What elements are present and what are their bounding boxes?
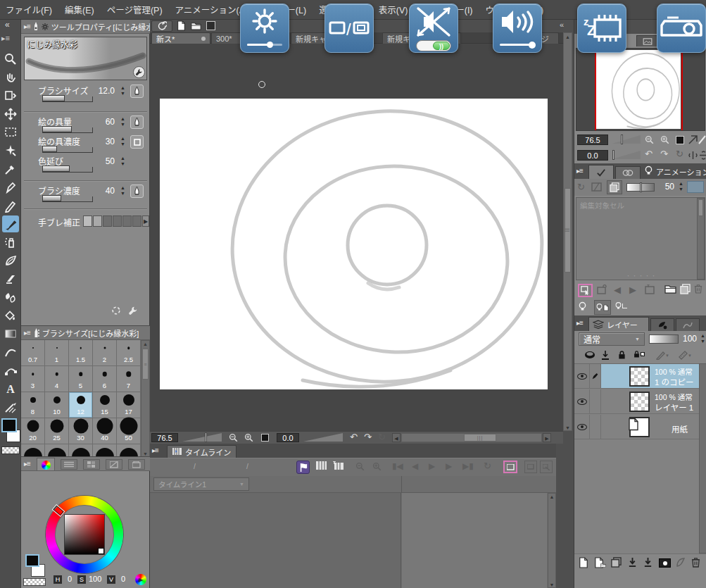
zoom-out-icon[interactable] [229,433,238,442]
brush-size-cell[interactable]: 15 [93,392,117,418]
brush-size-cell[interactable] [21,444,45,457]
cel-stack-icon[interactable] [607,180,622,194]
vertical-scrollbar[interactable]: ▲ ≡ ▼ [141,340,150,457]
rotate-right-icon[interactable]: ↷ [364,432,372,442]
light-table-cel-icon[interactable] [615,301,627,311]
layer-edit-cell[interactable] [590,415,601,439]
duplicate-cel-icon[interactable] [680,284,691,294]
tab-color-history[interactable] [128,459,145,470]
panel-menu-icon[interactable]: ▸≡ [1,34,10,43]
stabilization-segment[interactable] [93,215,102,227]
property-slider[interactable] [42,165,93,173]
tab-onion-skin[interactable] [615,166,641,179]
zoom-in-icon[interactable] [244,433,253,442]
tool-gradient[interactable] [2,325,19,342]
brush-size-cell[interactable]: 12 [69,392,93,418]
brush-size-cell[interactable] [117,444,141,457]
reset-settings-icon[interactable] [111,306,121,315]
previous-cel-icon[interactable]: ◀ [614,284,621,295]
menu-item[interactable]: 表示(V) [379,3,408,16]
folder-icon[interactable] [664,284,676,294]
tab-color-wheel[interactable] [37,458,55,471]
specify-cel-icon[interactable] [524,461,537,473]
source-setting-icon[interactable] [130,135,144,149]
brush-size-cell[interactable]: 7 [117,366,141,392]
panel-menu-icon[interactable]: ▸≡ [576,319,583,327]
blend-mode-dropdown[interactable]: 通常 ▼ [579,332,645,346]
tool-text[interactable]: A [2,380,19,397]
brush-size-cell[interactable]: 50 [117,418,141,444]
flip-view-vertical-icon[interactable] [699,151,706,160]
layer-row[interactable]: 100 % 通常レイヤー 1 [574,389,706,414]
property-slider[interactable] [42,195,93,202]
new-animation-cel-icon[interactable] [503,461,517,473]
mask-icon[interactable] [584,351,595,359]
transfer-down-icon[interactable] [628,557,637,568]
property-value[interactable]: 40 [89,186,115,196]
wrench-icon[interactable] [133,66,145,78]
light-table-icon[interactable] [579,301,586,312]
panel-menu-icon[interactable]: ▸≡ [24,23,30,30]
property-value[interactable]: 30 [89,137,115,146]
rotate-left-icon[interactable]: ↶ [645,149,653,158]
brush-size-cell[interactable]: 1 [45,340,69,366]
layer-row-body[interactable]: 用紙 [601,415,706,439]
reset-rotation-icon[interactable]: ↻ [676,149,683,158]
zoom-out-icon[interactable] [355,462,365,471]
brush-size-cell[interactable]: 17 [117,392,141,418]
new-cel-icon[interactable] [645,284,655,294]
layer-row[interactable]: 100 % 通常1 のコピー [574,364,706,389]
canvas[interactable] [160,99,548,389]
canvas-viewport[interactable] [150,44,563,431]
draft-layer-icon[interactable]: ▼ [656,351,669,360]
menu-item[interactable]: ファイル(F) [6,3,52,16]
pen-pressure-icon[interactable] [130,115,144,129]
stabilization-segment[interactable] [122,215,132,227]
clip-studio-logo[interactable] [151,20,172,32]
foreground-color-swatch[interactable] [1,418,17,432]
save-icon[interactable] [206,21,215,30]
reset-rotation-icon[interactable]: ↻ [378,432,386,442]
rotation-value[interactable]: 0.0 [277,433,299,442]
zoom-slider[interactable] [182,433,222,442]
collapse-dock-icon[interactable]: « [560,20,564,29]
tool-pen[interactable] [2,179,19,196]
property-slider[interactable] [42,126,93,133]
tab-layer[interactable]: レイヤー [588,317,649,331]
display-toggle-osd[interactable]: / [324,4,374,53]
spinner[interactable]: ▲▼ [119,136,127,147]
rotate-right-icon[interactable]: ↷ [660,149,668,158]
brush-size-cell[interactable]: 30 [69,418,93,444]
spinner[interactable]: ▲▼ [119,156,127,167]
tab-layer-property[interactable] [650,318,674,331]
trash-icon[interactable] [694,284,702,294]
layer-color-swatch[interactable] [687,181,704,193]
panel-menu-icon[interactable]: ▸≡ [24,460,30,468]
spinner[interactable]: ▲▼ [119,185,127,196]
open-file-icon[interactable] [191,21,201,30]
fit-to-window-icon[interactable] [261,434,269,442]
next-cel-icon[interactable]: ▶ [629,284,636,295]
brush-size-cell[interactable]: 6 [93,366,117,392]
tab-color-set[interactable] [83,459,100,470]
layer-mask-icon[interactable] [659,558,671,568]
last-frame-icon[interactable]: ▶▮ [462,461,474,471]
layer-row[interactable]: 用紙 [574,415,706,439]
tool-auto-select[interactable] [2,142,19,159]
brush-size-cell[interactable]: 2.5 [117,340,141,366]
pen-pressure-icon[interactable] [130,184,144,198]
light-table-layer-icon[interactable] [594,300,611,315]
tool-page-flip[interactable] [2,87,19,104]
playback-settings-icon[interactable] [296,461,310,474]
property-value[interactable]: 12.0 [89,86,115,96]
canvas-tab[interactable]: 新ス* [151,32,210,44]
tab-animation-cels[interactable] [588,165,614,179]
panel-menu-icon[interactable]: ▸≡ [152,446,158,454]
timeline-range-icon[interactable] [316,461,327,470]
tool-fill[interactable] [2,307,19,324]
brush-size-cell[interactable]: 4 [45,366,69,392]
property-slider[interactable] [42,95,93,102]
cel-list[interactable]: 編集対象セル ・・・・・ [576,197,705,280]
rotate-left-icon[interactable]: ↶ [350,432,358,442]
tool-selection[interactable] [2,124,19,141]
